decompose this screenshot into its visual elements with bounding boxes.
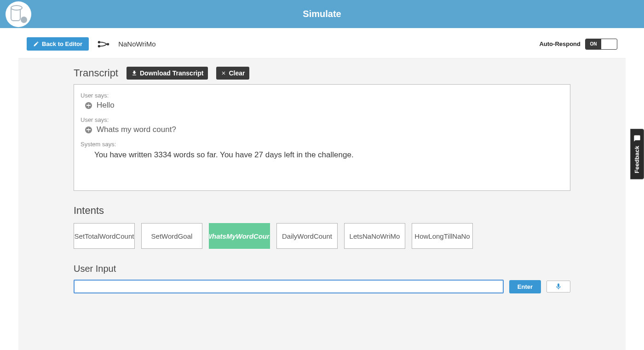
- transcript-box: User says:HelloUser says:Whats my word c…: [74, 84, 570, 191]
- expand-icon[interactable]: [85, 126, 92, 133]
- transcript-title: Transcript: [74, 67, 118, 79]
- user-input-field[interactable]: [74, 280, 504, 293]
- system-message-text: You have written 3334 words so far. You …: [94, 150, 564, 160]
- auto-respond-label: Auto-Respond: [539, 40, 581, 47]
- close-icon: [221, 70, 226, 76]
- intents-title: Intents: [74, 205, 570, 217]
- feedback-tab[interactable]: Feedback: [630, 129, 644, 179]
- flow-icon: [97, 40, 110, 49]
- toolbar: Back to Editor NaNoWriMo Auto-Respond ON: [18, 28, 626, 58]
- speaker-label: System says:: [80, 141, 564, 148]
- feedback-label: Feedback: [634, 146, 641, 173]
- utterance-row: Hello: [80, 101, 564, 110]
- utterance-text: Whats my word count?: [97, 125, 176, 134]
- feedback-icon: [633, 135, 641, 142]
- intent-chip[interactable]: DailyWordCount: [276, 223, 338, 249]
- toggle-on-label: ON: [586, 39, 601, 49]
- speaker-label: User says:: [80, 116, 564, 123]
- enter-button[interactable]: Enter: [509, 280, 541, 293]
- clear-transcript-button[interactable]: Clear: [216, 67, 249, 80]
- intents-row: SetTotalWordCountSetWordGoalWhatsMyWordC…: [74, 223, 570, 249]
- auto-respond-toggle[interactable]: ON: [585, 39, 617, 50]
- back-button-label: Back to Editor: [42, 40, 82, 47]
- download-icon: [131, 70, 138, 76]
- svg-point-1: [98, 45, 100, 47]
- intent-chip[interactable]: SetTotalWordCount: [74, 223, 135, 249]
- expand-icon[interactable]: [85, 102, 92, 109]
- svg-point-0: [98, 41, 100, 43]
- logo[interactable]: [6, 1, 31, 27]
- utterance-text: Hello: [97, 101, 115, 110]
- utterance-row: Whats my word count?: [80, 125, 564, 134]
- intent-chip[interactable]: HowLongTillNaNo: [412, 223, 473, 249]
- speaker-label: User says:: [80, 92, 564, 99]
- user-input-title: User Input: [74, 264, 570, 274]
- project-name: NaNoWriMo: [118, 40, 155, 48]
- download-label: Download Transcript: [140, 69, 203, 77]
- microphone-button[interactable]: [546, 281, 570, 293]
- intent-chip[interactable]: SetWordGoal: [141, 223, 202, 249]
- clear-label: Clear: [229, 69, 245, 77]
- back-to-editor-button[interactable]: Back to Editor: [27, 37, 89, 51]
- svg-point-2: [107, 43, 109, 45]
- intent-chip[interactable]: WhatsMyWordCount: [209, 223, 270, 249]
- intent-chip[interactable]: LetsNaNoWriMo: [344, 223, 405, 249]
- pencil-icon: [33, 41, 39, 47]
- download-transcript-button[interactable]: Download Transcript: [126, 67, 208, 80]
- microphone-icon: [555, 283, 562, 290]
- app-header: Simulate: [0, 0, 644, 28]
- page-title: Simulate: [303, 9, 341, 19]
